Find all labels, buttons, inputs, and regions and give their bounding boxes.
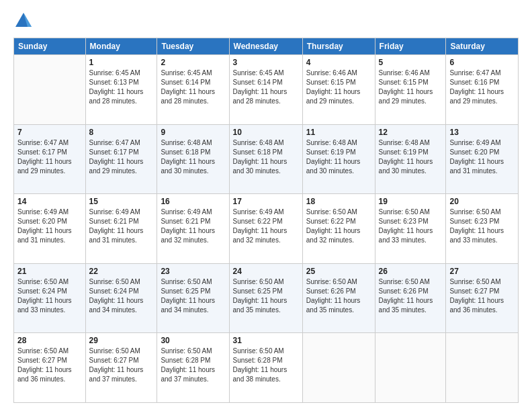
day-info: Sunrise: 6:50 AMSunset: 6:26 PMDaylight:…: [379, 277, 443, 315]
logo: [13, 11, 36, 31]
day-number: 17: [233, 197, 299, 206]
calendar-cell: 13Sunrise: 6:49 AMSunset: 6:20 PMDayligh…: [446, 124, 519, 194]
calendar-cell: 22Sunrise: 6:50 AMSunset: 6:24 PMDayligh…: [85, 263, 157, 333]
weekday-header-monday: Monday: [85, 38, 157, 55]
calendar-cell: [302, 333, 375, 403]
calendar-cell: 21Sunrise: 6:50 AMSunset: 6:24 PMDayligh…: [14, 263, 86, 333]
day-info: Sunrise: 6:50 AMSunset: 6:27 PMDaylight:…: [449, 277, 515, 315]
calendar-cell: 31Sunrise: 6:50 AMSunset: 6:28 PMDayligh…: [229, 333, 302, 403]
day-info: Sunrise: 6:45 AMSunset: 6:13 PMDaylight:…: [89, 68, 154, 106]
calendar-cell: 26Sunrise: 6:50 AMSunset: 6:26 PMDayligh…: [375, 263, 446, 333]
calendar-cell: 9Sunrise: 6:48 AMSunset: 6:18 PMDaylight…: [157, 124, 229, 194]
calendar-week-row: 7Sunrise: 6:47 AMSunset: 6:17 PMDaylight…: [14, 124, 519, 194]
day-info: Sunrise: 6:50 AMSunset: 6:24 PMDaylight:…: [17, 277, 82, 315]
day-info: Sunrise: 6:49 AMSunset: 6:20 PMDaylight:…: [17, 208, 82, 245]
day-info: Sunrise: 6:46 AMSunset: 6:15 PMDaylight:…: [306, 68, 371, 106]
day-info: Sunrise: 6:50 AMSunset: 6:22 PMDaylight:…: [306, 208, 371, 245]
weekday-header-tuesday: Tuesday: [157, 38, 229, 55]
day-number: 15: [89, 197, 154, 206]
calendar-cell: 19Sunrise: 6:50 AMSunset: 6:23 PMDayligh…: [375, 194, 446, 264]
day-number: 16: [161, 197, 225, 206]
day-info: Sunrise: 6:49 AMSunset: 6:22 PMDaylight:…: [233, 208, 299, 245]
day-number: 9: [161, 128, 225, 137]
day-number: 21: [17, 267, 82, 276]
calendar-cell: 12Sunrise: 6:48 AMSunset: 6:19 PMDayligh…: [375, 124, 446, 194]
day-number: 20: [449, 197, 515, 206]
day-info: Sunrise: 6:50 AMSunset: 6:25 PMDaylight:…: [161, 277, 225, 315]
day-info: Sunrise: 6:49 AMSunset: 6:21 PMDaylight:…: [89, 208, 154, 245]
logo-icon: [13, 11, 34, 31]
calendar-cell: 6Sunrise: 6:47 AMSunset: 6:16 PMDaylight…: [446, 55, 519, 125]
day-number: 6: [449, 58, 515, 67]
calendar-week-row: 14Sunrise: 6:49 AMSunset: 6:20 PMDayligh…: [14, 194, 519, 264]
calendar-cell: [14, 55, 86, 125]
day-info: Sunrise: 6:50 AMSunset: 6:28 PMDaylight:…: [161, 347, 225, 384]
calendar-week-row: 28Sunrise: 6:50 AMSunset: 6:27 PMDayligh…: [14, 333, 519, 403]
page: SundayMondayTuesdayWednesdayThursdayFrid…: [0, 0, 532, 411]
calendar-cell: 27Sunrise: 6:50 AMSunset: 6:27 PMDayligh…: [446, 263, 519, 333]
calendar-cell: 15Sunrise: 6:49 AMSunset: 6:21 PMDayligh…: [85, 194, 157, 264]
day-number: 12: [379, 128, 443, 137]
day-number: 3: [233, 58, 299, 67]
calendar-cell: 1Sunrise: 6:45 AMSunset: 6:13 PMDaylight…: [85, 55, 157, 125]
day-number: 27: [449, 267, 515, 276]
calendar-cell: 5Sunrise: 6:46 AMSunset: 6:15 PMDaylight…: [375, 55, 446, 125]
day-number: 25: [306, 267, 371, 276]
calendar-cell: 18Sunrise: 6:50 AMSunset: 6:22 PMDayligh…: [302, 194, 375, 264]
day-info: Sunrise: 6:47 AMSunset: 6:17 PMDaylight:…: [89, 138, 154, 176]
calendar-cell: 7Sunrise: 6:47 AMSunset: 6:17 PMDaylight…: [14, 124, 86, 194]
day-info: Sunrise: 6:48 AMSunset: 6:18 PMDaylight:…: [161, 138, 225, 176]
day-number: 4: [306, 58, 371, 67]
day-number: 10: [233, 128, 299, 137]
calendar-table: SundayMondayTuesdayWednesdayThursdayFrid…: [13, 38, 519, 403]
calendar-cell: 16Sunrise: 6:49 AMSunset: 6:21 PMDayligh…: [157, 194, 229, 264]
day-info: Sunrise: 6:50 AMSunset: 6:26 PMDaylight:…: [306, 277, 371, 315]
day-number: 22: [89, 267, 154, 276]
calendar-cell: 28Sunrise: 6:50 AMSunset: 6:27 PMDayligh…: [14, 333, 86, 403]
day-info: Sunrise: 6:48 AMSunset: 6:18 PMDaylight:…: [233, 138, 299, 176]
day-info: Sunrise: 6:45 AMSunset: 6:14 PMDaylight:…: [233, 68, 299, 106]
day-number: 26: [379, 267, 443, 276]
day-info: Sunrise: 6:50 AMSunset: 6:28 PMDaylight:…: [233, 347, 299, 384]
calendar-cell: 14Sunrise: 6:49 AMSunset: 6:20 PMDayligh…: [14, 194, 86, 264]
day-number: 28: [17, 336, 82, 345]
calendar-cell: 8Sunrise: 6:47 AMSunset: 6:17 PMDaylight…: [85, 124, 157, 194]
day-number: 23: [161, 267, 225, 276]
day-info: Sunrise: 6:47 AMSunset: 6:17 PMDaylight:…: [17, 138, 82, 176]
day-number: 19: [379, 197, 443, 206]
day-number: 13: [449, 128, 515, 137]
calendar-cell: 10Sunrise: 6:48 AMSunset: 6:18 PMDayligh…: [229, 124, 302, 194]
day-info: Sunrise: 6:50 AMSunset: 6:25 PMDaylight:…: [233, 277, 299, 315]
calendar-cell: 11Sunrise: 6:48 AMSunset: 6:19 PMDayligh…: [302, 124, 375, 194]
day-info: Sunrise: 6:50 AMSunset: 6:24 PMDaylight:…: [89, 277, 154, 315]
weekday-header-thursday: Thursday: [302, 38, 375, 55]
day-info: Sunrise: 6:50 AMSunset: 6:27 PMDaylight:…: [17, 347, 82, 384]
header: [13, 11, 519, 31]
calendar-cell: [375, 333, 446, 403]
day-number: 1: [89, 58, 154, 67]
calendar-week-row: 1Sunrise: 6:45 AMSunset: 6:13 PMDaylight…: [14, 55, 519, 125]
weekday-header-friday: Friday: [375, 38, 446, 55]
calendar-cell: 29Sunrise: 6:50 AMSunset: 6:27 PMDayligh…: [85, 333, 157, 403]
day-info: Sunrise: 6:46 AMSunset: 6:15 PMDaylight:…: [379, 68, 443, 106]
calendar-header-row: SundayMondayTuesdayWednesdayThursdayFrid…: [14, 38, 519, 55]
day-number: 31: [233, 336, 299, 345]
calendar-cell: 20Sunrise: 6:50 AMSunset: 6:23 PMDayligh…: [446, 194, 519, 264]
day-info: Sunrise: 6:48 AMSunset: 6:19 PMDaylight:…: [306, 138, 371, 176]
calendar-cell: 3Sunrise: 6:45 AMSunset: 6:14 PMDaylight…: [229, 55, 302, 125]
day-info: Sunrise: 6:47 AMSunset: 6:16 PMDaylight:…: [449, 68, 515, 106]
day-info: Sunrise: 6:50 AMSunset: 6:23 PMDaylight:…: [449, 208, 515, 245]
day-number: 5: [379, 58, 443, 67]
calendar-cell: 23Sunrise: 6:50 AMSunset: 6:25 PMDayligh…: [157, 263, 229, 333]
day-number: 7: [17, 128, 82, 137]
calendar-cell: 17Sunrise: 6:49 AMSunset: 6:22 PMDayligh…: [229, 194, 302, 264]
day-info: Sunrise: 6:50 AMSunset: 6:23 PMDaylight:…: [379, 208, 443, 245]
day-number: 24: [233, 267, 299, 276]
day-number: 8: [89, 128, 154, 137]
day-number: 29: [89, 336, 154, 345]
day-number: 18: [306, 197, 371, 206]
day-info: Sunrise: 6:45 AMSunset: 6:14 PMDaylight:…: [161, 68, 225, 106]
weekday-header-saturday: Saturday: [446, 38, 519, 55]
day-info: Sunrise: 6:49 AMSunset: 6:20 PMDaylight:…: [449, 138, 515, 176]
calendar-cell: 2Sunrise: 6:45 AMSunset: 6:14 PMDaylight…: [157, 55, 229, 125]
